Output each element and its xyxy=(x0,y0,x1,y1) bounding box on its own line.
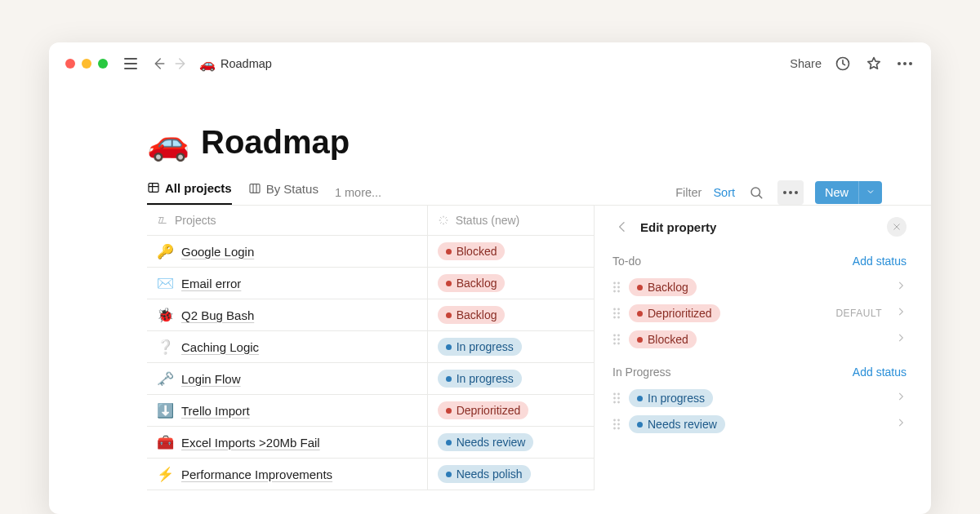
status-cell[interactable]: Backlog xyxy=(427,299,594,331)
table-row[interactable]: 🧰 Excel Imports >20Mb Fail Needs review xyxy=(147,427,594,459)
new-button[interactable]: New xyxy=(815,181,882,204)
project-name: Login Flow xyxy=(181,372,241,386)
table-row[interactable]: 🐞 Q2 Bug Bash Backlog xyxy=(147,299,594,331)
page-icon[interactable]: 🚗 xyxy=(147,122,189,162)
panel-back-icon[interactable] xyxy=(612,217,632,237)
more-icon[interactable] xyxy=(895,54,915,73)
search-icon[interactable] xyxy=(746,183,766,202)
chevron-right-icon[interactable] xyxy=(895,306,906,321)
drag-handle-icon[interactable] xyxy=(612,307,621,320)
project-cell[interactable]: 🗝️ Login Flow xyxy=(147,363,427,395)
maximize-window[interactable] xyxy=(98,59,108,69)
tab-label: By Status xyxy=(266,182,318,196)
back-button[interactable] xyxy=(149,54,168,73)
add-status-button[interactable]: Add status xyxy=(853,366,906,379)
sort-button[interactable]: Sort xyxy=(713,186,735,199)
status-pill: Needs review xyxy=(438,433,534,451)
status-label: Backlog xyxy=(457,277,497,290)
drag-handle-icon[interactable] xyxy=(612,418,621,431)
close-window[interactable] xyxy=(65,59,75,69)
project-cell[interactable]: ✉️ Email error xyxy=(147,268,427,299)
project-cell[interactable]: 🐞 Q2 Bug Bash xyxy=(147,299,427,331)
tab-all-projects[interactable]: All projects xyxy=(147,181,232,205)
share-button[interactable]: Share xyxy=(790,57,822,70)
chevron-right-icon[interactable] xyxy=(895,280,906,295)
status-label: Blocked xyxy=(457,245,497,258)
table-row[interactable]: 🗝️ Login Flow In progress xyxy=(147,363,594,395)
window-controls xyxy=(65,59,108,69)
chevron-right-icon[interactable] xyxy=(895,417,906,432)
column-header-projects[interactable]: Projects xyxy=(147,206,427,236)
project-name: Trello Import xyxy=(181,404,250,418)
status-pill: In progress xyxy=(438,370,522,388)
project-cell[interactable]: 🔑 Google Login xyxy=(147,236,427,268)
column-header-status[interactable]: Status (new) xyxy=(427,206,594,236)
tab-label: All projects xyxy=(165,181,232,195)
status-option[interactable]: Blocked xyxy=(612,326,906,352)
status-cell[interactable]: Needs polish xyxy=(427,459,594,490)
clock-icon[interactable] xyxy=(833,54,853,73)
project-name: Google Login xyxy=(181,245,254,259)
table-row[interactable]: ⬇️ Trello Import Deprioritized xyxy=(147,395,594,427)
project-cell[interactable]: ⚡ Performance Improvements xyxy=(147,459,427,490)
table: Projects Status (new) xyxy=(147,206,594,490)
status-option[interactable]: Needs review xyxy=(612,411,906,437)
table-row[interactable]: ✉️ Email error Backlog xyxy=(147,268,594,299)
panel-close-icon[interactable] xyxy=(887,217,906,237)
view-options-icon[interactable] xyxy=(777,180,804,205)
content-area: Projects Status (new) xyxy=(147,205,931,490)
group-name: In Progress xyxy=(612,366,671,379)
project-icon: ✉️ xyxy=(157,275,173,292)
filter-button[interactable]: Filter xyxy=(675,186,702,199)
table-row[interactable]: 🔑 Google Login Blocked xyxy=(147,236,594,268)
status-cell[interactable]: Backlog xyxy=(427,268,594,299)
status-cell[interactable]: Needs review xyxy=(427,427,594,459)
add-status-button[interactable]: Add status xyxy=(853,255,906,268)
status-label: In progress xyxy=(648,392,705,405)
drag-handle-icon[interactable] xyxy=(612,281,621,294)
project-cell[interactable]: ⬇️ Trello Import xyxy=(147,395,427,427)
project-cell[interactable]: ❔ Caching Logic xyxy=(147,331,427,363)
status-label: Deprioritized xyxy=(457,404,521,417)
project-name: Email error xyxy=(181,277,241,290)
status-pill: Needs polish xyxy=(438,465,531,483)
status-label: Needs review xyxy=(457,436,526,449)
svg-point-7 xyxy=(617,286,620,289)
project-cell[interactable]: 🧰 Excel Imports >20Mb Fail xyxy=(147,427,427,459)
svg-point-28 xyxy=(613,419,616,422)
svg-point-26 xyxy=(613,401,616,404)
svg-rect-1 xyxy=(149,184,158,193)
chevron-right-icon[interactable] xyxy=(895,332,906,347)
status-cell[interactable]: In progress xyxy=(427,363,594,395)
breadcrumb[interactable]: 🚗 Roadmap xyxy=(199,56,272,72)
table-row[interactable]: ⚡ Performance Improvements Needs polish xyxy=(147,459,594,490)
project-icon: 🗝️ xyxy=(157,370,173,388)
minimize-window[interactable] xyxy=(82,59,91,69)
tab-by-status[interactable]: By Status xyxy=(248,182,318,204)
app-window: 🚗 Roadmap Share 🚗 Roadmap All xyxy=(49,42,931,514)
new-button-chevron[interactable] xyxy=(858,181,882,204)
default-badge: DEFAULT xyxy=(835,308,882,319)
drag-handle-icon[interactable] xyxy=(612,333,621,346)
status-option[interactable]: Backlog xyxy=(612,274,906,300)
svg-point-17 xyxy=(617,335,620,337)
status-label: Blocked xyxy=(648,333,688,346)
status-option[interactable]: In progress xyxy=(612,385,906,411)
page-title-text[interactable]: Roadmap xyxy=(201,124,350,161)
forward-button[interactable] xyxy=(172,54,191,73)
status-cell[interactable]: Deprioritized xyxy=(427,395,594,427)
status-cell[interactable]: Blocked xyxy=(427,236,594,268)
svg-point-14 xyxy=(613,317,616,319)
table-icon xyxy=(147,181,160,194)
table-row[interactable]: ❔ Caching Logic In progress xyxy=(147,331,594,363)
svg-point-33 xyxy=(617,428,620,430)
views-more[interactable]: 1 more... xyxy=(335,186,381,199)
star-icon[interactable] xyxy=(864,54,884,73)
chevron-right-icon[interactable] xyxy=(895,391,906,405)
status-cell[interactable]: In progress xyxy=(427,331,594,363)
status-pill: Deprioritized xyxy=(438,401,529,419)
group-name: To-do xyxy=(612,255,641,268)
menu-icon[interactable] xyxy=(121,54,140,73)
drag-handle-icon[interactable] xyxy=(612,392,621,405)
status-option[interactable]: Deprioritized DEFAULT xyxy=(612,300,906,326)
